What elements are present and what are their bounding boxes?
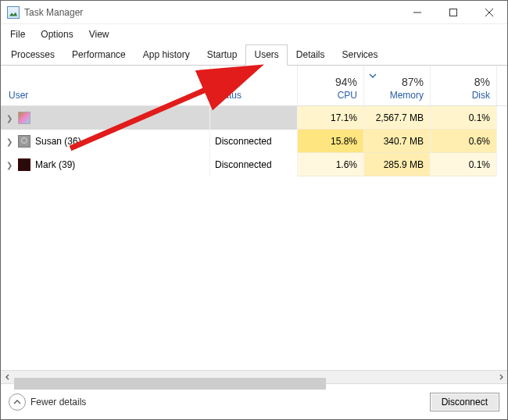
cell-user: ❯Susan (36): [1, 130, 210, 153]
header-status-label: Status: [215, 90, 241, 101]
cell-memory: 2,567.7 MB: [364, 106, 431, 130]
maximize-button[interactable]: [435, 1, 471, 24]
expand-icon[interactable]: ❯: [5, 114, 13, 123]
expand-icon[interactable]: ❯: [5, 161, 13, 169]
user-row[interactable]: ❯Susan (36)Disconnected15.8%340.7 MB0.6%: [1, 130, 507, 153]
tab-strip: ProcessesPerformanceApp historyStartupUs…: [1, 44, 507, 66]
svg-rect-1: [450, 9, 457, 16]
cell-memory: 285.9 MB: [364, 153, 431, 176]
header-disk-label: Disk: [472, 90, 490, 101]
cell-memory: 340.7 MB: [364, 130, 431, 153]
cell-cpu: 15.8%: [298, 130, 364, 153]
menu-file[interactable]: File: [7, 27, 28, 41]
window-title: Task Manager: [24, 7, 399, 18]
header-user[interactable]: User: [1, 66, 210, 105]
titlebar: Task Manager: [1, 1, 507, 24]
chevron-up-icon: [9, 393, 26, 411]
cell-status: Disconnected: [210, 153, 298, 176]
tab-users[interactable]: Users: [245, 44, 287, 66]
cell-cpu: 17.1%: [298, 106, 364, 130]
cell-user: ❯Mark (39): [1, 153, 210, 176]
user-name: Susan (36): [35, 136, 81, 147]
header-disk[interactable]: 8%Disk: [431, 66, 497, 105]
cell-disk: 0.1%: [431, 106, 497, 130]
cell-status: Disconnected: [210, 130, 298, 153]
tab-app-history[interactable]: App history: [134, 44, 199, 66]
expand-icon[interactable]: ❯: [5, 137, 13, 146]
header-user-label: User: [9, 90, 28, 101]
header-memory[interactable]: 87%Memory: [364, 66, 431, 105]
app-icon: [7, 6, 20, 19]
header-memory-label: Memory: [390, 90, 424, 101]
tab-details[interactable]: Details: [288, 44, 334, 66]
tab-performance[interactable]: Performance: [63, 44, 134, 66]
menubar: FileOptionsView: [1, 24, 507, 44]
tab-startup[interactable]: Startup: [199, 44, 246, 66]
horizontal-scrollbar[interactable]: [1, 370, 507, 383]
user-row[interactable]: ❯17.1%2,567.7 MB0.1%: [1, 106, 507, 130]
user-avatar-icon: [18, 135, 30, 148]
header-disk-pct: 8%: [474, 76, 490, 88]
scroll-thumb[interactable]: [14, 378, 326, 390]
sort-chevron-icon: [369, 72, 377, 80]
menu-options[interactable]: Options: [38, 27, 76, 41]
cell-user: ❯: [1, 106, 210, 130]
header-memory-pct: 87%: [402, 76, 424, 88]
scroll-right-icon[interactable]: [494, 371, 507, 384]
user-avatar-icon: [18, 112, 30, 124]
menu-view[interactable]: View: [86, 27, 113, 41]
users-grid: ❯17.1%2,567.7 MB0.1%❯Susan (36)Disconnec…: [1, 106, 507, 370]
close-button[interactable]: [471, 1, 507, 24]
user-name: Mark (39): [35, 159, 75, 170]
fewer-details-button[interactable]: Fewer details: [9, 393, 86, 411]
cell-disk: 0.6%: [431, 130, 497, 153]
header-cpu[interactable]: 94%CPU: [298, 66, 364, 105]
cell-disk: 0.1%: [431, 153, 497, 176]
tab-processes[interactable]: Processes: [2, 44, 63, 66]
header-cpu-label: CPU: [338, 90, 357, 101]
cell-status: [210, 106, 298, 130]
cell-cpu: 1.6%: [298, 153, 364, 176]
header-status[interactable]: Status: [210, 66, 298, 105]
minimize-button[interactable]: [399, 1, 435, 24]
disconnect-button[interactable]: Disconnect: [430, 393, 499, 411]
fewer-details-label: Fewer details: [30, 397, 86, 408]
scroll-left-icon[interactable]: [1, 371, 14, 384]
column-headers: User Status 94%CPU87%Memory8%Disk: [1, 66, 507, 106]
user-avatar-icon: [18, 158, 30, 171]
user-row[interactable]: ❯Mark (39)Disconnected1.6%285.9 MB0.1%: [1, 153, 507, 176]
window-controls: [399, 1, 507, 24]
header-cpu-pct: 94%: [335, 76, 357, 88]
tab-services[interactable]: Services: [334, 44, 387, 66]
